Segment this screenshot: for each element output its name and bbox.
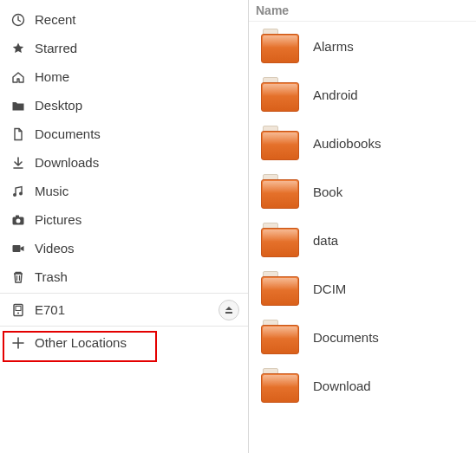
- file-list: Alarms Android Audiobooks Book data DCIM: [249, 22, 476, 453]
- sidebar-item-music[interactable]: Music: [0, 177, 248, 205]
- sidebar-item-label: Videos: [35, 241, 75, 256]
- camera-icon: [10, 213, 26, 227]
- sidebar-item-pictures[interactable]: Pictures: [0, 205, 248, 234]
- sidebar-item-downloads[interactable]: Downloads: [0, 148, 248, 177]
- sidebar-item-label: Starred: [35, 41, 77, 55]
- sidebar-item-label: Desktop: [35, 98, 82, 113]
- file-name: Download: [313, 379, 371, 393]
- file-row[interactable]: Alarms: [249, 22, 476, 70]
- sidebar-item-trash[interactable]: Trash: [0, 262, 248, 291]
- sidebar-item-recent[interactable]: Recent: [0, 5, 248, 34]
- file-row[interactable]: DCIM: [249, 264, 476, 313]
- sidebar-item-label: E701: [35, 302, 65, 317]
- file-name: Documents: [313, 330, 379, 345]
- folder-icon: [261, 174, 299, 209]
- eject-button[interactable]: [218, 300, 239, 320]
- sidebar-item-label: Documents: [35, 126, 101, 141]
- file-row[interactable]: Book: [249, 167, 476, 216]
- music-icon: [10, 184, 26, 198]
- file-name: Android: [313, 87, 358, 102]
- separator: [0, 293, 248, 294]
- sidebar-item-videos[interactable]: Videos: [0, 234, 248, 262]
- file-row[interactable]: Android: [249, 70, 476, 119]
- sidebar-item-label: Trash: [35, 269, 68, 284]
- file-row[interactable]: data: [249, 216, 476, 264]
- sidebar-item-desktop[interactable]: Desktop: [0, 91, 248, 120]
- sidebar-item-label: Other Locations: [35, 335, 127, 350]
- trash-icon: [10, 270, 26, 284]
- star-icon: [10, 42, 26, 55]
- folder-icon: [261, 271, 299, 306]
- folder-icon: [261, 126, 299, 160]
- file-name: data: [313, 233, 338, 248]
- clock-icon: [10, 13, 26, 27]
- folder-icon: [261, 77, 299, 112]
- sidebar-item-label: Home: [35, 69, 69, 84]
- home-icon: [10, 70, 26, 84]
- column-header-name[interactable]: Name: [249, 0, 476, 22]
- sidebar-item-documents[interactable]: Documents: [0, 120, 248, 148]
- sidebar: Recent Starred Home Desktop Documents Do…: [0, 0, 249, 453]
- sidebar-item-home[interactable]: Home: [0, 62, 248, 91]
- file-name: Book: [313, 184, 342, 199]
- video-icon: [10, 242, 26, 256]
- sidebar-item-label: Recent: [35, 12, 76, 27]
- folder-icon: [261, 320, 299, 354]
- file-row[interactable]: Audiobooks: [249, 119, 476, 167]
- file-row[interactable]: Download: [249, 361, 476, 410]
- file-name: DCIM: [313, 282, 346, 296]
- folder-icon: [261, 223, 299, 257]
- document-icon: [10, 127, 26, 141]
- sidebar-item-label: Downloads: [35, 155, 99, 170]
- separator: [0, 326, 248, 327]
- device-icon: [10, 303, 26, 317]
- folder-icon: [10, 99, 26, 113]
- file-row[interactable]: Documents: [249, 313, 476, 361]
- sidebar-item-other-locations[interactable]: Other Locations: [0, 328, 248, 357]
- folder-icon: [261, 368, 299, 403]
- main-pane: Name Alarms Android Audiobooks Book data: [249, 0, 476, 453]
- download-arrow-icon: [10, 156, 26, 170]
- sidebar-item-starred[interactable]: Starred: [0, 34, 248, 62]
- file-name: Alarms: [313, 39, 354, 54]
- sidebar-item-label: Pictures: [35, 212, 82, 227]
- file-name: Audiobooks: [313, 136, 381, 151]
- eject-icon: [225, 302, 233, 317]
- sidebar-item-label: Music: [35, 184, 68, 198]
- plus-icon: [10, 336, 26, 350]
- sidebar-item-device[interactable]: E701: [0, 295, 218, 324]
- folder-icon: [261, 29, 299, 63]
